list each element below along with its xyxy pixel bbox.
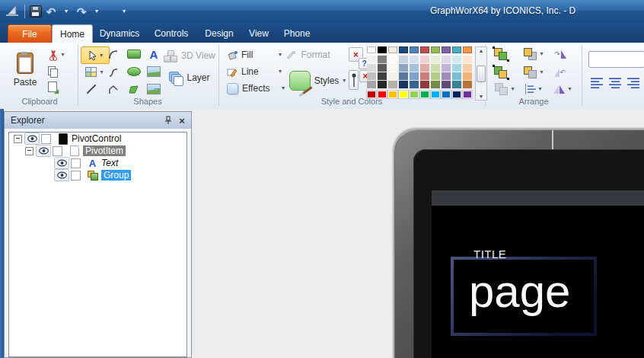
color-swatch[interactable] [431, 46, 440, 53]
color-swatch[interactable] [388, 80, 397, 88]
polygon-tool-button[interactable] [126, 82, 142, 97]
color-swatch[interactable] [399, 72, 408, 80]
color-swatch[interactable] [452, 55, 461, 63]
format-painter-button[interactable]: Format [285, 47, 332, 62]
tree-row[interactable]: PivotControl [9, 133, 187, 145]
color-swatch[interactable] [388, 55, 397, 63]
color-swatch[interactable] [463, 46, 472, 53]
visibility-eye-button[interactable] [24, 133, 40, 145]
color-swatch[interactable] [410, 80, 419, 88]
color-swatch[interactable] [399, 55, 408, 63]
tree-row[interactable]: Group [9, 169, 187, 181]
tree-node-label[interactable]: PivotControl [72, 133, 121, 144]
color-swatch[interactable] [420, 46, 429, 53]
paste-special-button[interactable] [43, 79, 62, 94]
color-swatch[interactable] [378, 72, 387, 80]
tree-expander[interactable] [25, 147, 33, 155]
tree-checkbox[interactable] [41, 134, 51, 144]
send-to-back-button[interactable]: ▾ [521, 64, 547, 81]
arc-tool-button[interactable] [105, 46, 122, 62]
group-button[interactable] [492, 46, 510, 62]
color-swatch[interactable] [378, 55, 387, 63]
visibility-eye-button[interactable] [54, 157, 69, 169]
color-swatch[interactable] [431, 72, 440, 80]
scroll-up-icon[interactable]: ▲ [479, 48, 484, 53]
tab-controls[interactable]: Controls [148, 24, 195, 43]
color-swatch[interactable] [420, 55, 429, 63]
pin-button[interactable] [162, 114, 174, 126]
color-swatch[interactable] [431, 63, 440, 72]
close-panel-button[interactable]: × [176, 114, 188, 126]
color-swatch[interactable] [378, 46, 387, 53]
regroup-button[interactable]: ▾ [492, 81, 518, 97]
tab-view[interactable]: View [242, 24, 276, 43]
color-swatch[interactable] [399, 80, 408, 88]
color-swatch[interactable] [452, 80, 461, 88]
page-rectangle[interactable]: page [451, 257, 597, 336]
embedded-image-tool-button[interactable] [145, 82, 162, 97]
color-swatch[interactable] [420, 80, 429, 88]
save-button[interactable] [30, 4, 42, 19]
color-swatch[interactable] [388, 46, 397, 53]
color-swatch[interactable] [420, 63, 429, 72]
color-swatch[interactable] [410, 46, 419, 53]
align-right-button[interactable] [627, 78, 639, 88]
fill-button[interactable]: Fill ▾ [227, 47, 282, 62]
effects-button[interactable]: Effects ▾ [227, 81, 285, 96]
curve-tool-button[interactable] [105, 64, 122, 79]
scrollbar-thumb[interactable] [477, 66, 486, 82]
paste-button[interactable]: Paste [9, 46, 41, 94]
color-swatch[interactable] [452, 63, 461, 72]
tab-file[interactable]: File [8, 24, 52, 44]
color-swatch[interactable] [388, 63, 397, 72]
ungroup-button[interactable] [492, 64, 510, 81]
color-swatch[interactable] [410, 63, 419, 72]
tree-node-label[interactable]: PivotItem [83, 145, 126, 156]
tree-node-label[interactable]: Text [101, 158, 118, 168]
color-swatch[interactable] [367, 80, 376, 88]
copy-button[interactable] [43, 63, 62, 78]
palette-scrollbar[interactable]: ▲ ▼ [475, 46, 487, 101]
color-swatch[interactable] [388, 72, 397, 80]
color-swatch[interactable] [420, 72, 429, 80]
tree-checkbox[interactable] [71, 171, 81, 181]
color-swatch[interactable] [367, 46, 376, 53]
tab-home[interactable]: Home [52, 24, 93, 43]
page-text[interactable]: page [469, 255, 570, 328]
color-swatch[interactable] [367, 55, 376, 63]
color-picker-button[interactable] [349, 70, 359, 90]
redo-button[interactable]: ↷ [75, 4, 88, 19]
color-swatch[interactable] [463, 55, 472, 63]
text-tool-button[interactable]: A [145, 46, 162, 62]
tree-row[interactable]: PivotItem [9, 145, 187, 157]
bring-to-front-button[interactable]: ▾ [521, 46, 547, 62]
flip-button[interactable]: ▾ [548, 81, 577, 97]
ellipse-tool-button[interactable] [126, 64, 142, 79]
tab-dynamics[interactable]: Dynamics [94, 24, 145, 43]
color-swatch[interactable] [431, 80, 440, 88]
visibility-eye-button[interactable] [54, 169, 69, 181]
tree-checkbox[interactable] [53, 146, 62, 156]
color-swatch[interactable] [410, 55, 419, 63]
color-swatch[interactable] [463, 80, 472, 88]
color-swatch[interactable] [442, 55, 451, 63]
color-swatch[interactable] [410, 72, 419, 80]
color-swatch[interactable] [442, 80, 451, 88]
color-swatch[interactable] [431, 55, 440, 63]
styles-button[interactable]: Styles ▾ [285, 66, 350, 96]
tree-row[interactable]: AText [9, 157, 187, 169]
align-center-button[interactable] [609, 78, 621, 88]
screen-title-text[interactable]: TITLE [473, 248, 506, 261]
color-swatch[interactable] [442, 46, 451, 53]
align-left-button[interactable] [591, 78, 603, 88]
font-input[interactable] [588, 51, 644, 68]
tree-expander[interactable] [14, 135, 22, 143]
color-swatch[interactable] [452, 46, 461, 53]
tab-design[interactable]: Design [198, 24, 241, 43]
undo-button[interactable]: ↶ [45, 4, 57, 19]
color-swatch[interactable] [442, 72, 451, 80]
image-tool-button[interactable] [145, 64, 162, 79]
rotate-clockwise-button[interactable]: ↷ [550, 46, 571, 62]
rotate-counterclockwise-button[interactable]: ↶ [550, 64, 571, 81]
tree-checkbox[interactable] [71, 158, 81, 168]
